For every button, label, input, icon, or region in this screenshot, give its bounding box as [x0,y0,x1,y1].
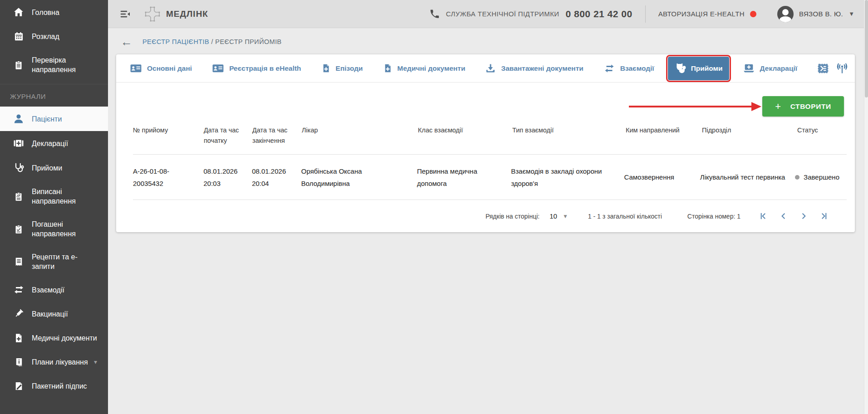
back-arrow-icon[interactable]: ← [121,37,132,46]
sidebar-item-issued-referrals[interactable]: Виписані направлення [0,180,108,213]
plus-icon: + [775,101,781,112]
cell-interaction-class: Первинна медична допомога [417,165,511,190]
sidebar-section-journals: ЖУРНАЛИ [0,84,108,107]
cell-division: Лікувальний тест первинка [700,171,795,183]
ehealth-auth-button[interactable]: АВТОРИЗАЦІЯ E-HEALTH [658,10,756,18]
support-label: СЛУЖБА ТЕХНІЧНОЇ ПІДТРИМКИ [446,10,559,18]
pagination-page-label: Сторінка номер: 1 [687,213,740,220]
pagination-range: 1 - 1 з загальної кількості [588,213,662,220]
book-info-icon [13,357,25,367]
pagination: Рядків на сторінці: 10 ▼ 1 - 1 з загальн… [116,200,855,232]
rows-per-page-select[interactable]: 10 ▼ [549,212,568,220]
cell-start-datetime: 08.01.2026 20:03 [203,165,252,190]
table-header: № прийому Дата та час початку Дата та ча… [133,125,847,155]
tab-medical-documents[interactable]: Медичні документи [377,57,472,79]
clipboard-list-icon [13,60,25,70]
phone-icon [429,9,440,19]
sidebar-item-declarations[interactable]: Декларації [0,131,108,156]
create-button[interactable]: + СТВОРИТИ [762,96,844,117]
user-menu-caret-icon: ▼ [848,10,854,17]
appointments-table: № прийому Дата та час початку Дата та ча… [116,117,855,200]
antenna-icon [835,62,849,75]
table-row[interactable]: А-26-01-08-20035432 08.01.2026 20:03 08.… [133,155,847,200]
cell-doctor: Орябінська Оксана Володимирівна [301,165,417,190]
next-page-button[interactable] [799,212,808,220]
ehealth-status-dot [750,11,756,17]
cell-appointment-number: А-26-01-08-20035432 [133,165,203,190]
scrollbar-thumb[interactable] [865,0,868,97]
col-status: Статус [797,125,847,136]
receipt-icon [13,257,25,267]
breadcrumb-current: РЕЄСТР ПРИЙОМІВ [215,38,281,45]
rows-per-page-caret-icon: ▼ [563,213,568,219]
support-phone-block: СЛУЖБА ТЕХНІЧНОЇ ПІДТРИМКИ 0 800 21 42 0… [429,9,633,19]
signature-icon [13,381,25,391]
appointments-panel: + СТВОРИТИ № прийому Дата та час початку… [116,83,855,232]
ehealth-auth-label: АВТОРИЗАЦІЯ E-HEALTH [658,10,745,18]
person-icon [13,113,25,124]
tab-interactions[interactable]: Взаємодії [597,58,661,79]
prev-page-button[interactable] [779,212,788,220]
patient-card: Основні дані Реєстрація в eHealth Епізод… [116,54,855,232]
stethoscope-icon [13,162,25,173]
tab-episodes[interactable]: Епізоди [315,57,369,79]
sidebar-item-patients[interactable]: Пацієнти [0,107,108,131]
sidebar-item-home[interactable]: Головна [0,0,108,24]
tab-bar: Основні дані Реєстрація в eHealth Епізод… [116,54,855,83]
avatar [777,6,794,22]
page-scrollbar[interactable] [864,0,868,414]
tab-declarations[interactable]: Декларації [736,57,804,79]
tab-main-data[interactable]: Основні дані [123,57,198,79]
sidebar-item-interactions[interactable]: Взаємодії [0,278,108,302]
col-start-datetime: Дата та час початку [204,125,252,146]
swap-arrows-icon [13,285,25,295]
cell-end-datetime: 08.01.2026 20:04 [252,165,301,190]
stamp-icon [817,63,829,74]
main-area: МЕДЛІНК СЛУЖБА ТЕХНІЧНОЇ ПІДТРИМКИ 0 800… [108,0,868,414]
col-referred-by: Ким направлений [626,125,702,136]
annotation-arrow [629,102,761,112]
cell-interaction-type: Взаємодія в закладі охорони здоров'я [511,165,624,190]
clipboard-check-icon [13,224,25,234]
tab-partial-right[interactable] [811,56,849,81]
sidebar-item-appointments[interactable]: Прийоми [0,156,108,180]
breadcrumb: ← РЕЄСТР ПАЦІЄНТІВ / РЕЄСТР ПРИЙОМІВ [108,28,868,54]
cell-status: Завершено [795,171,847,183]
header-divider [645,5,646,23]
cell-referred-by: Самозвернення [624,171,700,183]
calendar-icon [13,31,25,42]
last-page-button[interactable] [820,212,829,220]
sidebar: Головна Розклад Перевірка направлення ЖУ… [0,0,108,414]
document-plus-icon [13,333,25,343]
syringe-icon [13,308,25,319]
col-appointment-number: № прийому [133,125,204,136]
home-icon [13,7,25,18]
sidebar-item-medical-documents[interactable]: Медичні документи [0,326,108,350]
sidebar-item-referral-check[interactable]: Перевірка направлення [0,49,108,81]
breadcrumb-parent[interactable]: РЕЄСТР ПАЦІЄНТІВ [142,38,209,45]
tab-uploaded-documents[interactable]: Завантажені документи [479,57,589,79]
user-menu[interactable]: ВЯЗОВ В. Ю. ▼ [777,6,854,22]
sidebar-item-vaccinations[interactable]: Вакцинації [0,302,108,326]
sidebar-item-batch-signature[interactable]: Пакетний підпис [0,374,108,398]
col-end-datetime: Дата та час закінчення [252,125,302,146]
brand: МЕДЛІНК [143,5,208,23]
sidebar-item-prescriptions[interactable]: Рецепти та е-запити [0,245,108,278]
status-dot-icon [795,175,799,180]
col-interaction-class: Клас взаємодії [418,125,512,136]
chevron-down-icon[interactable]: ▾ [94,357,97,367]
medlink-logo-icon [143,5,162,23]
tab-appointments[interactable]: Прийоми [668,57,729,80]
tab-ehealth-registration[interactable]: Реєстрація в eHealth [206,57,307,79]
sidebar-item-redeemed-referrals[interactable]: Погашені направлення [0,213,108,245]
brand-name: МЕДЛІНК [166,9,208,19]
clipboard-chart-icon [13,191,25,202]
sidebar-collapse-icon[interactable] [120,9,132,19]
sidebar-item-schedule[interactable]: Розклад [0,24,108,49]
rows-per-page-label: Рядків на сторінці: [485,213,539,220]
col-division: Підрозділ [702,125,797,136]
col-doctor: Лікар [302,125,418,136]
sidebar-item-treatment-plans[interactable]: Плани лікування ▾ [0,350,108,374]
top-header: МЕДЛІНК СЛУЖБА ТЕХНІЧНОЇ ПІДТРИМКИ 0 800… [108,0,868,28]
first-page-button[interactable] [759,212,767,220]
